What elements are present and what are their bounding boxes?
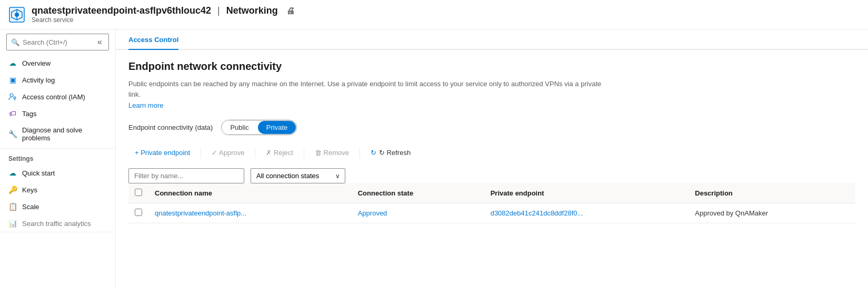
sidebar-item-diagnose[interactable]: 🔧 Diagnose and solve problems — [0, 122, 115, 146]
tags-icon: 🏷 — [8, 109, 17, 118]
page-header: qnatestprivateendpoint-asflpv6thlouc42 |… — [0, 0, 868, 29]
sidebar-item-tags[interactable]: 🏷 Tags — [0, 105, 115, 122]
main-content: Access Control Endpoint network connecti… — [116, 29, 868, 288]
connection-state-select-wrapper: All connection states Approved Pending R… — [251, 168, 345, 183]
connection-name-link[interactable]: qnatestprivateendpoint-asflp... — [155, 209, 246, 217]
content-area: Endpoint network connectivity Public end… — [116, 50, 868, 234]
private-endpoint-link[interactable]: d3082deb41c241dc8ddf28f0... — [491, 209, 583, 217]
col-private-endpoint: Private endpoint — [484, 183, 689, 203]
approve-button[interactable]: ✓ Approve — [205, 146, 251, 160]
sidebar-item-keys-label: Keys — [22, 186, 37, 194]
col-description: Description — [689, 183, 855, 203]
header-subtitle: Search service — [32, 16, 295, 24]
toolbar-sep-4 — [360, 148, 360, 158]
sidebar-item-scale[interactable]: 📋 Scale — [0, 198, 115, 215]
sidebar: 🔍 « ☁ Overview ▣ Activity log Access con… — [0, 29, 116, 288]
sidebar-item-tags-label: Tags — [22, 110, 36, 118]
tab-bar: Access Control — [116, 29, 868, 50]
refresh-icon: ↻ — [371, 149, 376, 157]
header-title: qnatestprivateendpoint-asflpv6thlouc42 |… — [32, 5, 295, 16]
sidebar-item-overview-label: Overview — [22, 59, 51, 67]
search-icon: 🔍 — [11, 38, 19, 46]
collapse-button[interactable]: « — [95, 36, 104, 48]
toggle-public[interactable]: Public — [222, 120, 257, 135]
row-description: Approved by QnAMaker — [689, 203, 855, 223]
row-connection-state: Approved — [352, 203, 484, 223]
resource-icon — [8, 6, 25, 23]
description-text: Public endpoints can be reached by any m… — [128, 79, 602, 99]
search-traffic-icon: 📊 — [8, 219, 17, 228]
filter-by-name-input[interactable] — [128, 168, 244, 183]
sidebar-item-quick-start-label: Quick start — [22, 169, 55, 177]
refresh-label: ↻ Refresh — [379, 149, 411, 157]
header-title-block: qnatestprivateendpoint-asflpv6thlouc42 |… — [32, 5, 295, 24]
reject-button[interactable]: ✗ Reject — [260, 146, 299, 160]
table-head: Connection name Connection state Private… — [128, 183, 855, 203]
diagnose-icon: 🔧 — [8, 130, 17, 138]
remove-button[interactable]: 🗑 Remove — [308, 146, 355, 160]
sidebar-item-quick-start[interactable]: ☁ Quick start — [0, 164, 115, 181]
sidebar-item-access-control[interactable]: Access control (IAM) — [0, 88, 115, 105]
settings-section-label: Settings — [0, 148, 115, 164]
svg-point-5 — [10, 94, 13, 97]
search-box[interactable]: 🔍 « — [6, 34, 109, 50]
section-title: Endpoint network connectivity — [128, 60, 855, 73]
toggle-private[interactable]: Private — [258, 121, 296, 134]
select-all-checkbox[interactable] — [135, 189, 142, 196]
sidebar-item-access-control-label: Access control (IAM) — [22, 93, 85, 101]
connectivity-row: Endpoint connectivity (data) Public Priv… — [128, 120, 855, 135]
sidebar-item-search-traffic[interactable]: 📊 Search traffic analytics — [0, 215, 115, 232]
header-separator: | — [217, 5, 220, 16]
search-input[interactable] — [23, 38, 92, 46]
connectivity-label: Endpoint connectivity (data) — [128, 124, 213, 131]
row-checkbox[interactable] — [135, 209, 142, 216]
sidebar-item-diagnose-label: Diagnose and solve problems — [22, 126, 107, 142]
table-row: qnatestprivateendpoint-asflp... Approved… — [128, 203, 855, 223]
connectivity-toggle-group: Public Private — [221, 120, 297, 135]
page-name: Networking — [226, 5, 278, 16]
body: 🔍 « ☁ Overview ▣ Activity log Access con… — [0, 29, 868, 288]
quick-start-icon: ☁ — [8, 169, 17, 177]
row-connection-name: qnatestprivateendpoint-asflp... — [148, 203, 352, 223]
add-private-endpoint-button[interactable]: + Private endpoint — [128, 146, 196, 160]
toolbar-sep-3 — [304, 148, 304, 158]
learn-more-link[interactable]: Learn more — [128, 101, 163, 109]
table-header-row: Connection name Connection state Private… — [128, 183, 855, 203]
connections-table: Connection name Connection state Private… — [128, 183, 855, 223]
select-all-col — [128, 183, 148, 203]
overview-icon: ☁ — [8, 59, 17, 67]
connection-state-select[interactable]: All connection states Approved Pending R… — [251, 168, 345, 183]
tab-access-control[interactable]: Access Control — [128, 29, 178, 50]
access-control-icon — [8, 92, 17, 101]
col-connection-name: Connection name — [148, 183, 352, 203]
sidebar-item-keys[interactable]: 🔑 Keys — [0, 181, 115, 198]
toolbar: + Private endpoint ✓ Approve ✗ Reject 🗑 … — [128, 146, 855, 160]
sidebar-item-search-traffic-label: Search traffic analytics — [22, 220, 91, 228]
toolbar-sep-1 — [201, 148, 201, 158]
svg-point-6 — [14, 97, 16, 99]
scale-icon: 📋 — [8, 202, 17, 211]
sidebar-item-overview[interactable]: ☁ Overview — [0, 55, 115, 71]
filter-row: All connection states Approved Pending R… — [128, 168, 855, 183]
sidebar-item-scale-label: Scale — [22, 203, 39, 211]
refresh-button[interactable]: ↻ ↻ Refresh — [364, 146, 417, 160]
row-checkbox-cell — [128, 203, 148, 223]
keys-icon: 🔑 — [8, 186, 17, 194]
resource-name: qnatestprivateendpoint-asflpv6thlouc42 — [32, 5, 211, 16]
connection-state-value: Approved — [358, 209, 387, 217]
sidebar-item-activity-log[interactable]: ▣ Activity log — [0, 71, 115, 88]
sidebar-item-activity-log-label: Activity log — [22, 76, 55, 84]
svg-point-2 — [15, 13, 19, 17]
activity-log-icon: ▣ — [8, 76, 17, 84]
row-private-endpoint: d3082deb41c241dc8ddf28f0... — [484, 203, 689, 223]
print-icon[interactable]: 🖨 — [286, 6, 295, 16]
table-body: qnatestprivateendpoint-asflp... Approved… — [128, 203, 855, 223]
toolbar-sep-2 — [255, 148, 255, 158]
col-connection-state: Connection state — [352, 183, 484, 203]
